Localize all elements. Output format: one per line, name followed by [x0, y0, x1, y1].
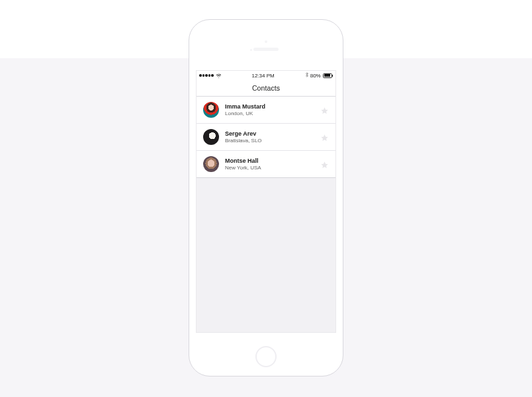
- screen: 12:34 PM 80% Contacts Imma Mustard Londo…: [196, 70, 336, 333]
- empty-area: [197, 178, 335, 332]
- contact-name: Imma Mustard: [225, 103, 314, 110]
- contacts-list: Imma Mustard London, UK Serge Arev Brati…: [197, 97, 335, 178]
- star-icon[interactable]: [320, 160, 329, 169]
- contact-row[interactable]: Serge Arev Bratislava, SLO: [197, 124, 335, 151]
- wifi-icon: [216, 73, 222, 78]
- avatar: [203, 102, 219, 118]
- battery-percent: 80%: [310, 73, 321, 79]
- contact-row[interactable]: Imma Mustard London, UK: [197, 97, 335, 124]
- home-button[interactable]: [255, 346, 277, 367]
- navbar: Contacts: [197, 80, 335, 97]
- contact-name: Serge Arev: [225, 130, 314, 137]
- phone-frame: 12:34 PM 80% Contacts Imma Mustard Londo…: [189, 19, 343, 376]
- battery-icon: [323, 73, 333, 78]
- avatar: [203, 129, 219, 145]
- bluetooth-icon: [305, 72, 308, 79]
- star-icon[interactable]: [320, 133, 329, 142]
- contact-location: London, UK: [225, 110, 314, 116]
- status-time: 12:34 PM: [251, 73, 274, 79]
- contact-row[interactable]: Montse Hall New York, USA: [197, 151, 335, 178]
- status-bar: 12:34 PM 80%: [197, 71, 335, 80]
- star-icon[interactable]: [320, 106, 329, 114]
- contact-location: New York, USA: [225, 165, 314, 171]
- page-title: Contacts: [252, 84, 280, 92]
- signal-icon: [199, 74, 214, 77]
- contact-name: Montse Hall: [225, 157, 314, 164]
- contact-location: Bratislava, SLO: [225, 138, 314, 144]
- avatar: [203, 156, 219, 172]
